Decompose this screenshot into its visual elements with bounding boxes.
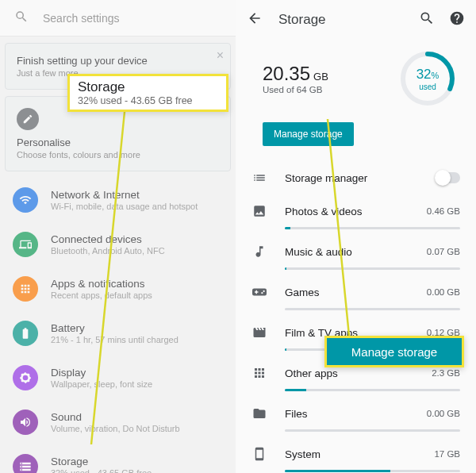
list-icon (251, 170, 267, 186)
item-sub: 21% - 1 hr, 57 mins until charged (51, 335, 178, 344)
used-sub: Used of 64 GB (263, 85, 381, 94)
row-label: Music & audio (285, 246, 409, 258)
storage-categories: Storage manager Photos & videos 0.46 GB … (236, 160, 476, 472)
row-label: Photos & videos (285, 206, 409, 217)
storage-row-photos[interactable]: Photos & videos 0.46 GB (236, 195, 476, 221)
storage-row-files[interactable]: Files 0.00 GB (236, 398, 476, 423)
settings-list: Network & InternetWi-Fi, mobile, data us… (0, 178, 236, 473)
row-size: 0.00 GB (427, 287, 460, 297)
item-title: Network & Internet (51, 189, 198, 201)
row-label: System (285, 448, 416, 460)
item-title: Storage (51, 456, 152, 467)
page-title: Storage (278, 12, 403, 28)
item-title: Apps & notifications (51, 278, 152, 290)
callout-btn-label: Manage storage (351, 345, 437, 359)
item-sub: Wallpaper, sleep, font size (51, 379, 152, 389)
personalise-sub: Choose fonts, colours and more (17, 150, 219, 160)
row-label: Storage manager (285, 172, 419, 184)
row-size: 17 GB (434, 449, 460, 459)
storage-manager-row[interactable]: Storage manager (236, 160, 476, 195)
storage-row-games[interactable]: Games 0.00 GB (236, 276, 476, 302)
setup-title: Finish setting up your device (17, 55, 219, 67)
item-title: Sound (51, 411, 180, 423)
battery-icon (13, 321, 38, 346)
row-size: 0.00 GB (427, 409, 460, 418)
search-placeholder: Search settings (43, 12, 120, 25)
item-title: Battery (51, 322, 178, 334)
item-sub: Bluetooth, Android Auto, NFC (51, 246, 165, 256)
setting-item-sound[interactable]: SoundVolume, vibration, Do Not Disturb (0, 400, 236, 444)
pencil-icon (17, 108, 39, 130)
callout-sub: 32% used - 43.65 GB free (78, 95, 218, 106)
callout-manage-storage: Manage storage (324, 336, 464, 367)
storage-row-music[interactable]: Music & audio 0.07 GB (236, 236, 476, 261)
search-bar[interactable]: Search settings (0, 0, 236, 37)
setting-item-storage[interactable]: Storage32% used - 43.65 GB free (0, 444, 236, 473)
usage-summary: 20.35GB Used of 64 GB 32% used (236, 40, 476, 116)
item-title: Connected devices (51, 233, 165, 245)
percent-sym: % (432, 71, 440, 80)
callout-title: Storage (78, 79, 218, 95)
search-icon[interactable] (419, 10, 435, 29)
settings-pane: Search settings × Finish setting up your… (0, 0, 236, 473)
close-icon[interactable]: × (217, 48, 224, 63)
phone-icon (251, 446, 267, 462)
photo-icon (251, 203, 267, 219)
usage-ring: 32% used (398, 49, 457, 108)
gamepad-icon (251, 284, 267, 300)
row-label: Games (285, 286, 409, 298)
music-icon (251, 244, 267, 260)
manage-storage-button[interactable]: Manage storage (263, 122, 354, 146)
used-value: 20.35 (263, 63, 310, 85)
devices-icon (13, 232, 38, 257)
folder-icon (251, 406, 267, 421)
item-title: Display (51, 367, 152, 379)
storage-topbar: Storage (236, 0, 476, 40)
row-size: 0.07 GB (427, 247, 460, 256)
item-sub: Recent apps, default apps (51, 290, 152, 300)
brightness-icon (13, 365, 38, 390)
search-icon (14, 10, 29, 27)
percent: 32 (416, 67, 432, 82)
item-sub: Volume, vibration, Do Not Disturb (51, 424, 180, 433)
personalise-title: Personalise (17, 137, 219, 148)
setting-item-network[interactable]: Network & InternetWi-Fi, mobile, data us… (0, 178, 236, 222)
row-size: 2.3 GB (432, 368, 460, 378)
toggle[interactable] (436, 172, 460, 183)
wifi-icon (13, 187, 38, 213)
volume-icon (13, 410, 38, 435)
movie-icon (251, 325, 267, 340)
setting-item-battery[interactable]: Battery21% - 1 hr, 57 mins until charged (0, 311, 236, 356)
setting-item-display[interactable]: DisplayWallpaper, sleep, font size (0, 356, 236, 400)
used-unit: GB (313, 71, 328, 83)
row-label: Files (285, 408, 409, 420)
storage-pane: Storage 20.35GB Used of 64 GB 32% used M… (236, 0, 476, 473)
apps-icon (13, 276, 38, 302)
setting-item-devices[interactable]: Connected devicesBluetooth, Android Auto… (0, 222, 236, 267)
back-icon[interactable] (247, 10, 263, 29)
row-size: 0.46 GB (427, 206, 460, 216)
percent-label: used (419, 83, 436, 91)
callout-storage: Storage 32% used - 43.65 GB free (67, 74, 228, 112)
row-label: Other apps (285, 367, 414, 379)
help-icon[interactable] (449, 10, 465, 29)
storage-icon (13, 454, 38, 473)
item-sub: Wi-Fi, mobile, data usage and hotspot (51, 202, 198, 211)
apps-grid-icon (251, 365, 267, 381)
item-sub: 32% used - 43.65 GB free (51, 468, 152, 473)
storage-row-system[interactable]: System 17 GB (236, 438, 476, 463)
setting-item-apps[interactable]: Apps & notificationsRecent apps, default… (0, 267, 236, 311)
